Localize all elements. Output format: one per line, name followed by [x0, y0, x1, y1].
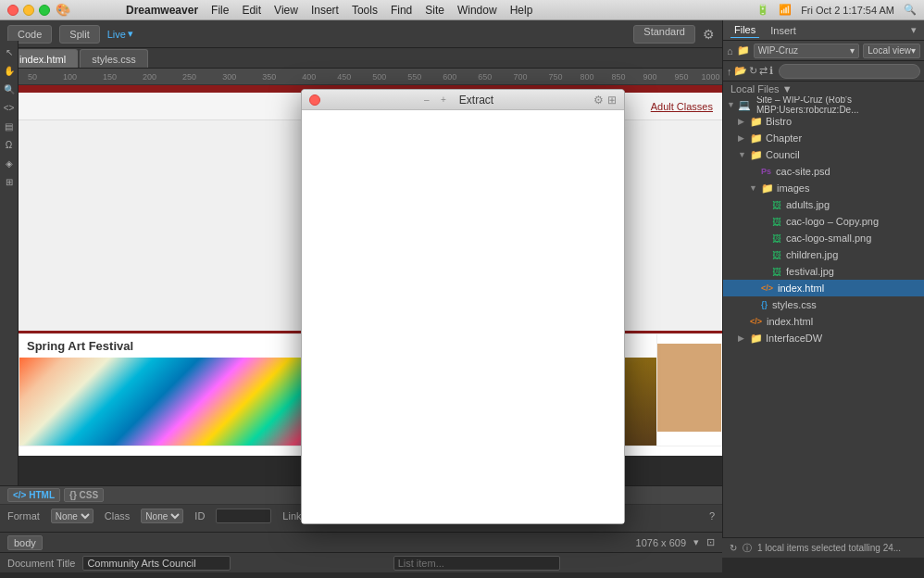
modal-settings-icon[interactable]: ⚙ — [593, 94, 604, 107]
zoom-tool-icon[interactable]: 🔍 — [2, 82, 17, 96]
panel-info-icon-bottom[interactable]: ⓘ — [743, 542, 752, 555]
site-selector[interactable]: WIP-Cruz ▾ — [754, 44, 860, 58]
card3-image — [657, 344, 721, 432]
assets-icon[interactable]: ◈ — [2, 156, 17, 170]
modal-titlebar: – + Extract ⚙ ⊞ — [302, 90, 624, 110]
menu-edit[interactable]: Edit — [242, 4, 261, 17]
images-arrow: ▼ — [749, 183, 758, 193]
site-root-label: Site – WIP-Cruz (Rob's MBP:Users:robcruz… — [756, 96, 924, 115]
insert-tab[interactable]: Insert — [767, 23, 800, 38]
screen-icon[interactable]: ⊡ — [706, 536, 715, 548]
left-sidebar: ↖ ✋ 🔍 <> ▤ Ω ◈ ⊞ — [0, 41, 19, 558]
tree-cac-logo-small[interactable]: 🖼 cac-logo-small.png — [723, 230, 924, 246]
card1-title: Spring Art Festival — [19, 334, 338, 358]
tree-adults-jpg[interactable]: 🖼 adults.jpg — [723, 196, 924, 213]
modal-close-button[interactable] — [309, 94, 320, 106]
menu-file[interactable]: File — [211, 4, 229, 17]
tree-cac-psd[interactable]: Ps cac-site.psd — [723, 163, 924, 180]
link-label: Link — [282, 510, 301, 521]
tree-cac-logo-copy[interactable]: 🖼 cac-logo – Copy.png — [723, 213, 924, 230]
tree-styles-css[interactable]: {} styles.css — [723, 296, 924, 313]
cac-psd-icon: Ps — [761, 167, 771, 176]
close-button[interactable] — [7, 5, 19, 16]
css-icon[interactable]: Ω — [2, 137, 17, 152]
cac-logo-copy-label: cac-logo – Copy.png — [786, 216, 879, 227]
local-files-label[interactable]: Local Files ▼ — [723, 82, 924, 96]
tree-index-html-root[interactable]: </> index.html — [723, 313, 924, 330]
doc-title-input[interactable] — [82, 556, 231, 571]
battery-icon: 🔋 — [756, 4, 769, 16]
live-button[interactable]: Live ▾ — [107, 28, 133, 40]
size-info: 1076 x 609 — [636, 537, 686, 548]
size-dropdown-icon[interactable]: ▾ — [693, 536, 699, 548]
tree-chapter[interactable]: ▶ 📁 Chapter — [723, 130, 924, 146]
class-select[interactable]: None — [141, 509, 183, 523]
split-button[interactable]: Split — [59, 25, 99, 44]
tree-images[interactable]: ▼ 📁 images — [723, 180, 924, 196]
panel-sync-icon[interactable]: ⇄ — [759, 65, 768, 77]
modal-minimize-icon[interactable]: – — [420, 94, 433, 107]
menu-window[interactable]: Window — [457, 4, 497, 17]
snippets-icon[interactable]: ⊞ — [2, 174, 17, 189]
adult-classes-link[interactable]: Adult Classes — [651, 101, 713, 112]
menu-view[interactable]: View — [274, 4, 298, 17]
interfacedw-label: InterfaceDW — [766, 333, 822, 344]
list-item-input[interactable] — [393, 556, 560, 571]
view-selector[interactable]: Local view ▾ — [863, 44, 920, 58]
menu-insert[interactable]: Insert — [311, 4, 339, 17]
menu-site[interactable]: Site — [425, 4, 444, 17]
children-jpg-label: children.jpg — [786, 249, 838, 260]
menu-tools[interactable]: Tools — [352, 4, 378, 17]
properties-help-icon[interactable]: ? — [709, 510, 715, 521]
council-label: Council — [766, 149, 800, 160]
status-bar: body 1076 x 609 ▾ ⊡ — [0, 532, 722, 552]
tree-interfacedw[interactable]: ▶ 📁 InterfaceDW — [723, 330, 924, 346]
code-view-icon[interactable]: <> — [2, 100, 17, 115]
panel-refresh-icon[interactable]: ↻ — [749, 65, 757, 77]
tree-bistro[interactable]: ▶ 📁 Bistro — [723, 113, 924, 130]
tab-styles-css[interactable]: styles.css — [80, 49, 148, 68]
bistro-label: Bistro — [766, 116, 792, 127]
panel-refresh-icon-bottom[interactable]: ↻ — [730, 543, 737, 553]
modal-maximize-icon[interactable]: + — [437, 94, 450, 107]
menu-find[interactable]: Find — [391, 4, 412, 17]
tree-index-html[interactable]: </> index.html — [723, 280, 924, 296]
menu-dreamweaver[interactable]: Dreamweaver — [126, 4, 198, 17]
tree-festival-jpg[interactable]: 🖼 festival.jpg — [723, 263, 924, 280]
minimize-button[interactable] — [23, 5, 34, 16]
tree-children-jpg[interactable]: 🖼 children.jpg — [723, 246, 924, 263]
modal-grid-icon[interactable]: ⊞ — [607, 94, 617, 107]
panel-new-folder-icon[interactable]: 📂 — [734, 65, 747, 77]
app-container: 🎨 Dreamweaver File Edit View Insert Tool… — [0, 0, 924, 578]
menu-help[interactable]: Help — [510, 4, 533, 17]
body-tag[interactable]: body — [7, 535, 43, 550]
site-dropdown-icon[interactable]: ▾ — [850, 45, 855, 56]
live-dropdown-icon[interactable]: ▾ — [128, 28, 133, 40]
festival-jpg-icon: 🖼 — [772, 267, 781, 277]
filter-icon[interactable]: ▾ — [911, 24, 917, 36]
panel-home-icon[interactable]: ⌂ — [727, 45, 733, 57]
css-tag-btn[interactable]: {} CSS — [64, 488, 104, 502]
hand-tool-icon[interactable]: ✋ — [2, 63, 17, 78]
standard-button[interactable]: Standard — [633, 25, 695, 44]
html-tag-btn[interactable]: </> HTML — [7, 488, 60, 502]
view-dropdown-icon[interactable]: ▾ — [911, 45, 916, 56]
site-root-arrow: ▼ — [727, 100, 735, 109]
gear-icon[interactable]: ⚙ — [703, 27, 715, 42]
search-icon[interactable]: 🔍 — [904, 4, 917, 16]
panel-search-box[interactable] — [779, 64, 921, 79]
panel-info-icon[interactable]: ℹ — [769, 65, 773, 77]
format-select[interactable]: None — [51, 509, 94, 523]
maximize-button[interactable] — [39, 5, 50, 16]
panel-folder-icon[interactable]: 📁 — [737, 44, 750, 57]
tree-council[interactable]: ▼ 📁 Council — [723, 146, 924, 163]
cursor-tool-icon[interactable]: ↖ — [2, 44, 17, 59]
card1-image — [19, 358, 338, 446]
layers-icon[interactable]: ▤ — [2, 119, 17, 133]
panel-up-icon[interactable]: ↑ — [727, 66, 732, 77]
adults-jpg-label: adults.jpg — [786, 199, 830, 210]
id-input[interactable] — [216, 509, 271, 523]
modal-title: Extract — [459, 94, 493, 107]
files-tab[interactable]: Files — [730, 22, 759, 38]
tree-site-root[interactable]: ▼ 💻 Site – WIP-Cruz (Rob's MBP:Users:rob… — [723, 96, 924, 113]
